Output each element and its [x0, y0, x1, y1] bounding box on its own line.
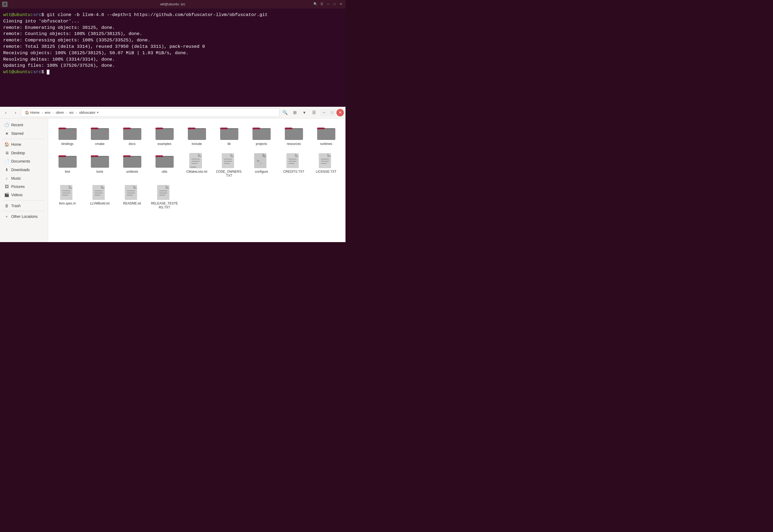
folder-projects-icon — [252, 125, 271, 141]
sidebar-label-downloads: Downloads — [11, 168, 30, 172]
folder-unittests[interactable]: unittests — [117, 151, 147, 180]
breadcrumb-env[interactable]: env — [43, 110, 52, 115]
folder-tools-icon — [90, 153, 109, 169]
terminal-line-10[interactable]: wtt@ubuntu:src$ — [3, 69, 342, 75]
other-locations-icon: + — [4, 214, 9, 219]
svg-text:cmake: cmake — [190, 166, 197, 168]
svg-rect-6 — [91, 129, 109, 139]
fm-toolbar-right: 🔍 ⊞ ▾ ☰ — [281, 108, 318, 117]
svg-rect-39 — [155, 157, 174, 167]
sidebar-item-music[interactable]: ♪ Music — [0, 174, 48, 182]
folder-tools[interactable]: tools — [85, 151, 115, 180]
folder-examples[interactable]: examples — [149, 123, 179, 148]
terminal-line-9: Updating files: 100% (37526/37526), done… — [3, 62, 342, 69]
folder-test[interactable]: test — [52, 151, 82, 180]
sidebar-item-pictures[interactable]: 🖼 Pictures — [0, 182, 48, 191]
forward-button[interactable]: › — [11, 108, 20, 117]
file-cmakelists[interactable]: cmake CMakeLists.txt — [182, 151, 212, 180]
terminal-close-btn[interactable]: ✕ — [339, 2, 343, 6]
svg-rect-12 — [155, 129, 174, 139]
breadcrumb-sep-1: › — [42, 111, 43, 115]
folder-test-icon — [58, 153, 77, 169]
sidebar-item-desktop[interactable]: 🖥 Desktop — [0, 149, 48, 157]
file-code-owners[interactable]: CODE_OWNERS.TXT — [214, 151, 244, 180]
folder-resources-label: resources — [287, 142, 301, 146]
breadcrumb-dropdown-icon[interactable]: ▼ — [96, 111, 99, 114]
terminal-content: wtt@ubuntu:src$ git clone -b llvm-4.0 --… — [3, 11, 342, 76]
sidebar-item-starred[interactable]: ★ Starred — [0, 129, 48, 138]
svg-rect-3 — [58, 129, 77, 139]
folder-cmake[interactable]: cmake — [85, 123, 115, 148]
breadcrumb-src[interactable]: src — [68, 110, 75, 115]
sidebar-item-documents[interactable]: 📄 Documents — [0, 157, 48, 165]
file-release-testers[interactable]: RELEASE_TESTERS.TXT — [149, 182, 179, 212]
folder-utils-icon — [155, 153, 174, 169]
breadcrumb-env-label: env — [45, 111, 50, 115]
fm-body: 🕐 Recent ★ Starred 🏠 Home 🖥 Desktop 📄 Do… — [0, 119, 346, 242]
breadcrumb-sep-2: › — [53, 111, 54, 115]
svg-rect-18 — [220, 129, 238, 139]
folder-bindings[interactable]: bindings — [52, 123, 82, 148]
folder-include[interactable]: include — [182, 123, 212, 148]
terminal-search-btn[interactable]: 🔍 — [313, 2, 318, 6]
back-button[interactable]: ‹ — [2, 108, 10, 117]
terminal-line-8: Resolving deltas: 100% (3314/3314), done… — [3, 56, 342, 63]
file-license[interactable]: LICENSE.TXT — [311, 151, 341, 180]
terminal-line-4: remote: Counting objects: 100% (38125/38… — [3, 31, 342, 37]
svg-rect-33 — [91, 157, 109, 167]
file-llvm-spec[interactable]: llvm.spec.in — [52, 182, 82, 212]
sidebar-item-recent[interactable]: 🕐 Recent — [0, 121, 48, 129]
folder-projects[interactable]: projects — [246, 123, 277, 148]
svg-rect-27 — [317, 129, 335, 139]
file-configure[interactable]: >_ configure — [246, 151, 277, 180]
svg-rect-36 — [123, 157, 141, 167]
fm-maximize-button[interactable]: □ — [328, 109, 336, 116]
fm-minimize-button[interactable]: ─ — [320, 109, 328, 116]
view-list-button[interactable]: ⊞ — [291, 108, 299, 117]
folder-runtimes[interactable]: runtimes — [311, 123, 341, 148]
home-sidebar-icon: 🏠 — [4, 142, 9, 147]
folder-resources-icon — [284, 125, 304, 141]
terminal-minimize-btn[interactable]: ─ — [326, 2, 331, 6]
sidebar-item-trash[interactable]: 🗑 Trash — [0, 202, 48, 210]
breadcrumb-home[interactable]: 🏠 Home — [23, 110, 41, 115]
view-dropdown-button[interactable]: ▾ — [300, 108, 309, 117]
breadcrumb-ollvm[interactable]: ollvm — [54, 110, 65, 115]
sidebar-item-other-locations[interactable]: + Other Locations — [0, 212, 48, 220]
file-llvmbuild[interactable]: LLVMBuild.txt — [85, 182, 115, 212]
file-script-icon: >_ — [252, 153, 271, 169]
file-text-icon-3 — [317, 153, 336, 169]
folder-projects-label: projects — [256, 142, 267, 146]
breadcrumb-obfuscator[interactable]: obfuscator ▼ — [77, 110, 101, 115]
fm-close-button[interactable]: ✕ — [336, 109, 344, 116]
home-icon: 🏠 — [25, 111, 29, 115]
clock-icon: 🕐 — [4, 123, 9, 127]
file-llvmbuild-label: LLVMBuild.txt — [90, 202, 109, 206]
folder-lib-icon — [220, 125, 239, 141]
folder-lib[interactable]: lib — [214, 123, 244, 148]
sidebar-item-downloads[interactable]: ⬇ Downloads — [0, 165, 48, 174]
terminal-menu-btn[interactable]: ☰ — [319, 2, 324, 6]
menu-button[interactable]: ☰ — [310, 108, 318, 117]
folder-resources[interactable]: resources — [279, 123, 309, 148]
pictures-icon: 🖼 — [4, 184, 9, 189]
folder-include-label: include — [191, 142, 202, 146]
terminal-window-controls[interactable]: 🔍 ☰ ─ □ ✕ — [313, 2, 343, 6]
folder-utils[interactable]: utils — [149, 151, 179, 180]
file-readme-label: README.txt — [123, 202, 141, 206]
svg-rect-24 — [285, 129, 303, 139]
fm-main-content: bindings cmake — [48, 119, 346, 242]
sidebar-item-home[interactable]: 🏠 Home — [0, 140, 48, 149]
file-readme[interactable]: README.txt — [117, 182, 147, 212]
search-button[interactable]: 🔍 — [281, 108, 289, 117]
folder-docs[interactable]: docs — [117, 123, 147, 148]
file-credits-label: CREDITS.TXT — [283, 170, 304, 174]
terminal-maximize-btn[interactable]: □ — [332, 2, 337, 6]
terminal-window: ⬛ wtt@ubuntu: src 🔍 ☰ ─ □ ✕ wtt@ubuntu:s… — [0, 0, 346, 107]
file-configure-label: configure — [255, 170, 268, 174]
file-credits[interactable]: CREDITS.TXT — [279, 151, 309, 180]
sidebar-label-recent: Recent — [11, 123, 23, 127]
fm-sidebar: 🕐 Recent ★ Starred 🏠 Home 🖥 Desktop 📄 Do… — [0, 119, 48, 242]
sidebar-item-videos[interactable]: 🎬 Videos — [0, 191, 48, 199]
folder-examples-label: examples — [158, 142, 171, 146]
